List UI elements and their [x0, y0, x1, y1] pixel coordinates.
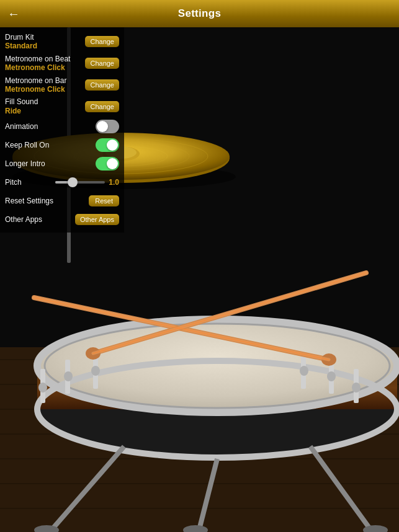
svg-point-35	[300, 366, 308, 376]
keep-roll-on-toggle[interactable]	[96, 138, 119, 152]
drum-kit-change-button[interactable]: Change	[85, 36, 119, 47]
keep-roll-on-toggle-knob	[107, 140, 118, 151]
longer-intro-toggle-knob	[107, 158, 118, 169]
pitch-value: 1.0	[109, 178, 119, 187]
drum-kit-row: Drum Kit Standard Change	[0, 31, 124, 53]
svg-point-34	[91, 366, 100, 376]
reset-settings-row: Reset Settings Reset	[0, 192, 124, 210]
reset-settings-label: Reset Settings	[5, 197, 53, 205]
animation-label: Animation	[5, 122, 38, 131]
metronome-beat-change-button[interactable]: Change	[85, 58, 119, 69]
pitch-slider-container: 1.0	[55, 178, 119, 187]
drum-kit-label-group: Drum Kit Standard	[5, 33, 85, 51]
svg-point-32	[64, 371, 73, 381]
fill-sound-label: Fill Sound	[5, 97, 85, 106]
keep-roll-on-row: Keep Roll On	[0, 136, 124, 154]
pitch-row: Pitch 1.0	[0, 173, 124, 192]
animation-toggle[interactable]	[96, 120, 119, 133]
pitch-slider-thumb	[68, 177, 78, 187]
back-button[interactable]: ←	[7, 7, 20, 21]
metronome-bar-value: Metronome Click	[5, 85, 85, 94]
header: ← Settings	[0, 0, 399, 27]
svg-point-33	[327, 371, 336, 381]
metronome-bar-change-button[interactable]: Change	[85, 79, 119, 91]
metronome-beat-label: Metronome on Beat	[5, 55, 85, 63]
metronome-bar-row: Metronome on Bar Metronome Click Change	[0, 74, 124, 96]
animation-toggle-knob	[97, 121, 108, 132]
other-apps-row: Other Apps Other Apps	[0, 210, 124, 229]
metronome-bar-label-group: Metronome on Bar Metronome Click	[5, 76, 85, 94]
header-title: Settings	[178, 7, 221, 20]
metronome-bar-label: Metronome on Bar	[5, 76, 85, 85]
pitch-slider[interactable]	[55, 181, 105, 184]
svg-point-31	[352, 383, 361, 392]
longer-intro-row: Longer Intro	[0, 154, 124, 173]
drum-kit-value: Standard	[5, 42, 85, 50]
pitch-label: Pitch	[5, 178, 22, 187]
keep-roll-on-label: Keep Roll On	[5, 141, 49, 149]
settings-panel: Drum Kit Standard Change Metronome on Be…	[0, 27, 124, 233]
metronome-beat-label-group: Metronome on Beat Metronome Click	[5, 55, 85, 73]
other-apps-label: Other Apps	[5, 215, 42, 224]
longer-intro-label: Longer Intro	[5, 159, 45, 168]
fill-sound-label-group: Fill Sound Ride	[5, 97, 85, 115]
reset-settings-button[interactable]: Reset	[89, 195, 119, 206]
animation-row: Animation	[0, 117, 124, 136]
metronome-beat-row: Metronome on Beat Metronome Click Change	[0, 53, 124, 74]
fill-sound-row: Fill Sound Ride Change	[0, 95, 124, 117]
fill-sound-value: Ride	[5, 107, 85, 115]
drum-kit-label: Drum Kit	[5, 33, 85, 42]
other-apps-button[interactable]: Other Apps	[75, 214, 119, 225]
svg-point-30	[38, 383, 47, 392]
metronome-beat-value: Metronome Click	[5, 63, 85, 72]
longer-intro-toggle[interactable]	[96, 157, 119, 171]
fill-sound-change-button[interactable]: Change	[85, 101, 119, 112]
